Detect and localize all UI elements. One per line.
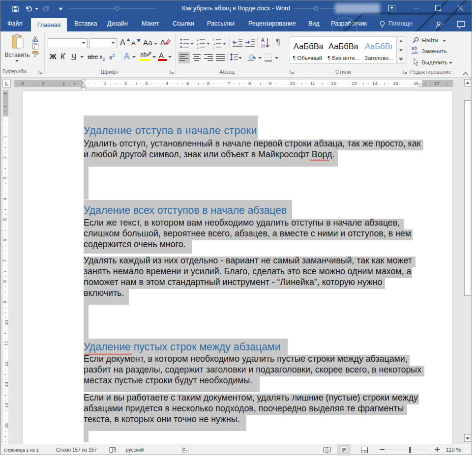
svg-text:Я: Я bbox=[261, 43, 265, 49]
svg-text:1: 1 bbox=[212, 39, 214, 42]
svg-text:2: 2 bbox=[197, 42, 199, 45]
svg-text:i: i bbox=[213, 47, 214, 49]
svg-text:А: А bbox=[124, 52, 130, 61]
svg-text:1: 1 bbox=[197, 38, 199, 41]
svg-text:А: А bbox=[261, 37, 265, 43]
svg-text:3: 3 bbox=[197, 46, 199, 49]
svg-text:ac: ac bbox=[414, 50, 418, 55]
svg-text:a: a bbox=[213, 43, 215, 46]
